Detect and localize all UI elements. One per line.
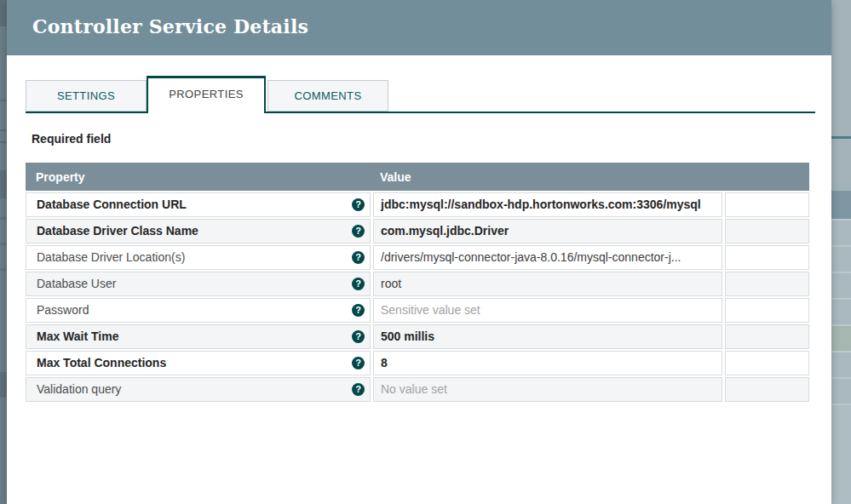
property-row: Password ? Sensitive value set [26,298,809,323]
tabs-underline [26,112,815,113]
property-row: Max Total Connections ? 8 [26,351,809,375]
property-row: Database Driver Class Name ? com.mysql.j… [26,219,809,243]
property-name: Database User ? [26,272,371,296]
property-name: Max Total Connections ? [26,351,371,375]
table-header-row: Property Value [26,163,809,191]
dialog-titlebar: Controller Service Details [7,0,831,55]
property-value: No value set [373,377,722,402]
property-value: Sensitive value set [373,298,722,323]
help-icon[interactable]: ? [352,304,365,317]
empty-cell [725,298,809,323]
empty-cell [725,324,809,349]
controller-service-details-dialog: Controller Service Details SETTINGS PROP… [7,0,831,504]
property-value: jdbc:mysql://sandbox-hdp.hortonworks.com… [373,192,722,217]
dialog-title: Controller Service Details [32,0,308,54]
property-name: Database Driver Class Name ? [26,219,371,243]
property-row: Validation query ? No value set [26,377,809,402]
required-field-note: Required field [32,132,111,146]
property-name: Max Wait Time ? [26,324,371,349]
help-icon[interactable]: ? [352,278,365,290]
property-row: Database User ? root [26,272,809,296]
help-icon[interactable]: ? [352,330,365,343]
help-icon[interactable]: ? [352,357,365,369]
property-name: Password ? [26,298,371,323]
background-right-strip [831,0,851,504]
property-value: 500 millis [373,324,722,349]
help-icon[interactable]: ? [352,251,365,264]
empty-cell [725,377,809,402]
help-icon[interactable]: ? [352,198,365,211]
tab-properties[interactable]: PROPERTIES [147,76,266,113]
property-name: Database Driver Location(s) ? [26,245,371,270]
table-rows: Database Connection URL ? jdbc:mysql://s… [26,192,809,402]
background-left-strip [0,0,7,504]
help-icon[interactable]: ? [352,225,365,238]
property-value: 8 [373,351,722,375]
property-row: Database Driver Location(s) ? /drivers/m… [26,245,809,270]
empty-cell [725,272,809,296]
property-name: Validation query ? [26,377,371,402]
property-row: Database Connection URL ? jdbc:mysql://s… [26,192,809,217]
property-value: /drivers/mysql-connector-java-8.0.16/mys… [373,245,722,270]
empty-cell [725,192,809,217]
empty-cell [725,219,809,243]
property-value: com.mysql.jdbc.Driver [373,219,722,243]
help-icon[interactable]: ? [352,383,365,396]
properties-table: Property Value Database Connection URL ?… [26,163,809,402]
property-value: root [373,272,722,296]
empty-cell [725,245,809,270]
property-name: Database Connection URL ? [26,192,371,217]
tab-comments[interactable]: COMMENTS [267,80,388,112]
column-header-property: Property [26,170,371,184]
empty-cell [725,351,809,375]
column-header-value: Value [373,170,722,184]
property-row: Max Wait Time ? 500 millis [26,324,809,349]
tab-settings[interactable]: SETTINGS [26,80,147,112]
